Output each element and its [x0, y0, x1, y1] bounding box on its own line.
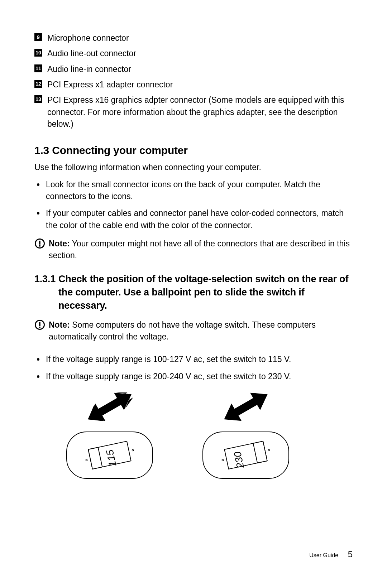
list-text: Audio line-out connector [47, 48, 353, 59]
note-label: Note: [49, 320, 70, 329]
list-text: PCI Express x16 graphics adpter connecto… [47, 94, 353, 130]
svg-point-17 [222, 459, 224, 461]
voltage-switch-diagrams: 115 230 [56, 392, 353, 486]
svg-rect-4 [39, 322, 40, 326]
bullet-item: If the voltage supply range is 100-127 V… [44, 353, 353, 365]
voltage-switch-115: 115 [56, 392, 163, 486]
subsection-number: 1.3.1 [34, 273, 56, 313]
note-text: Note: Your computer might not have all o… [49, 238, 353, 262]
bullet-item: If your computer cables and connector pa… [44, 207, 353, 231]
note-body: Your computer might not have all of the … [49, 239, 350, 260]
section-heading: 1.3 Connecting your computer [34, 144, 353, 156]
page-content: 9 Microphone connector 10 Audio line-out… [0, 0, 387, 486]
svg-rect-5 [39, 327, 40, 328]
list-text: Audio line-in connector [47, 63, 353, 75]
bullet-item: Look for the small connector icons on th… [44, 179, 353, 203]
numbered-list: 9 Microphone connector 10 Audio line-out… [34, 32, 353, 130]
list-item: 10 Audio line-out connector [34, 48, 353, 59]
svg-point-18 [268, 449, 270, 451]
page-number: 5 [348, 549, 353, 559]
note-icon [34, 319, 45, 330]
num-badge: 10 [34, 49, 42, 57]
footer-label: User Guide [309, 552, 338, 558]
bullet-list: Look for the small connector icons on th… [34, 179, 353, 231]
list-item: 9 Microphone connector [34, 32, 353, 44]
svg-point-12 [132, 449, 134, 451]
list-item: 12 PCI Express x1 adapter connector [34, 79, 353, 91]
section-intro: Use the following information when conne… [34, 162, 353, 173]
list-text: Microphone connector [47, 32, 353, 44]
num-badge: 11 [34, 64, 42, 72]
list-item: 13 PCI Express x16 graphics adpter conne… [34, 94, 353, 130]
svg-rect-1 [39, 241, 40, 245]
note-body: Some computers do not have the voltage s… [49, 320, 316, 341]
num-badge: 13 [34, 95, 42, 103]
svg-marker-7 [83, 392, 136, 428]
svg-point-11 [86, 459, 87, 461]
note-block: Note: Some computers do not have the vol… [34, 319, 353, 343]
bullet-list: If the voltage supply range is 100-127 V… [34, 353, 353, 382]
svg-rect-2 [39, 245, 40, 247]
bullet-item: If the voltage supply range is 200-240 V… [44, 371, 353, 382]
num-badge: 9 [34, 33, 42, 41]
svg-marker-13 [219, 392, 272, 428]
list-text: PCI Express x1 adapter connector [47, 79, 353, 91]
page-footer: User Guide 5 [309, 549, 353, 559]
list-item: 11 Audio line-in connector [34, 63, 353, 75]
subsection-title: Check the position of the voltage-select… [58, 273, 353, 313]
subsection-heading: 1.3.1 Check the position of the voltage-… [34, 273, 353, 313]
note-text: Note: Some computers do not have the vol… [49, 319, 353, 343]
note-icon [34, 238, 45, 249]
note-block: Note: Your computer might not have all o… [34, 238, 353, 262]
num-badge: 12 [34, 80, 42, 88]
voltage-switch-230: 230 [192, 392, 300, 486]
note-label: Note: [49, 239, 70, 248]
